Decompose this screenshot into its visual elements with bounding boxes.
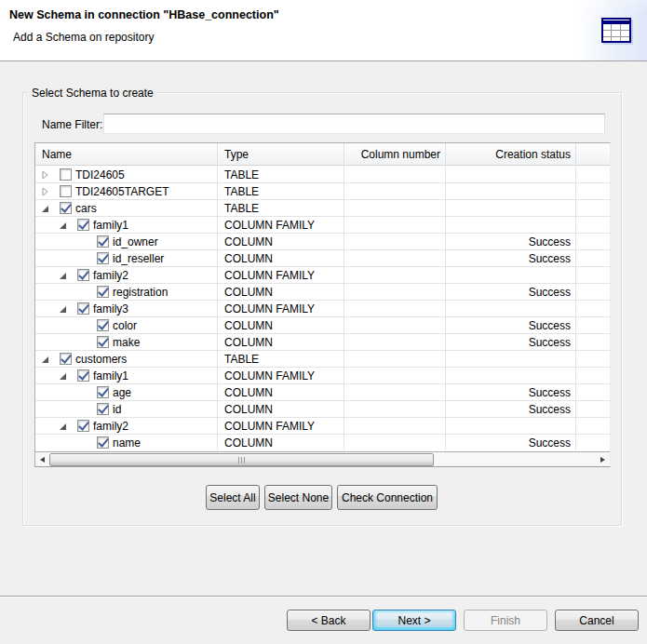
row-name-label: family3	[93, 302, 128, 315]
row-creation-status-cell: Success	[446, 317, 576, 333]
row-name-label: id_reseller	[113, 252, 164, 265]
row-blank-cell	[576, 250, 610, 266]
row-blank-cell	[576, 334, 610, 350]
page-subtitle: Add a Schema on repository	[13, 31, 154, 44]
column-header-type[interactable]: Type	[218, 143, 344, 165]
next-button[interactable]: Next >	[372, 610, 456, 631]
row-checkbox-checked[interactable]	[97, 319, 109, 331]
row-column-number-cell	[344, 217, 446, 233]
tree-expander-expanded-icon[interactable]	[41, 204, 50, 213]
table-row[interactable]: TDI24605TARGETTABLE	[35, 183, 610, 200]
table-row[interactable]: family3COLUMN FAMILY	[35, 301, 610, 317]
row-column-number-cell	[344, 234, 446, 249]
row-checkbox-checked[interactable]	[97, 386, 109, 398]
row-checkbox-unchecked[interactable]	[60, 168, 72, 181]
row-checkbox-checked[interactable]	[77, 369, 89, 382]
row-creation-status-cell	[446, 301, 576, 316]
tree-expander-expanded-icon[interactable]	[59, 221, 68, 230]
table-row[interactable]: carsTABLE	[35, 200, 610, 217]
row-name-label: color	[113, 319, 137, 332]
tree-expander-expanded-icon[interactable]	[59, 371, 68, 381]
row-checkbox-checked[interactable]	[77, 269, 89, 281]
tree-expander-collapsed-icon[interactable]	[41, 170, 50, 180]
row-column-number-cell	[344, 317, 446, 333]
row-column-number-cell	[344, 167, 446, 182]
row-type-cell: COLUMN FAMILY	[218, 301, 344, 316]
horizontal-scrollbar[interactable]	[35, 451, 610, 466]
column-header-column-number[interactable]: Column number	[344, 143, 446, 165]
row-checkbox-unchecked[interactable]	[60, 185, 72, 197]
table-row[interactable]: family2COLUMN FAMILY	[35, 267, 610, 284]
row-type-cell: COLUMN	[218, 435, 344, 450]
row-creation-status-cell: Success	[446, 234, 576, 249]
table-row[interactable]: makeCOLUMNSuccess	[35, 334, 610, 351]
table-row[interactable]: id_ownerCOLUMNSuccess	[35, 234, 610, 250]
row-checkbox-checked[interactable]	[77, 420, 89, 432]
table-row[interactable]: family2COLUMN FAMILY	[35, 418, 610, 435]
back-button[interactable]: < Back	[287, 610, 371, 631]
table-row[interactable]: ageCOLUMNSuccess	[35, 384, 610, 401]
tree-expander-collapsed-icon[interactable]	[41, 187, 50, 196]
tree-expander-expanded-icon[interactable]	[59, 304, 68, 314]
tree-expander-expanded-icon[interactable]	[59, 271, 68, 280]
row-checkbox-checked[interactable]	[77, 219, 89, 231]
finish-button[interactable]: Finish	[464, 610, 547, 631]
scrollbar-thumb[interactable]	[49, 453, 434, 466]
row-blank-cell	[576, 183, 610, 199]
row-checkbox-checked[interactable]	[97, 336, 109, 348]
row-column-number-cell	[344, 418, 446, 434]
table-row[interactable]: TDI24605TABLE	[35, 167, 610, 183]
table-row[interactable]: nameCOLUMNSuccess	[35, 435, 610, 451]
row-creation-status-cell	[446, 368, 576, 383]
row-creation-status-cell	[446, 200, 576, 216]
column-header-creation-status[interactable]: Creation status	[446, 143, 576, 165]
row-checkbox-checked[interactable]	[60, 353, 72, 365]
row-column-number-cell	[344, 401, 446, 417]
row-type-cell: COLUMN	[218, 234, 344, 249]
row-blank-cell	[576, 234, 610, 249]
column-header-blank[interactable]	[576, 143, 610, 165]
wizard-banner: New Schema in connection "HBase_connecti…	[0, 0, 647, 61]
table-row[interactable]: id_resellerCOLUMNSuccess	[35, 250, 610, 267]
select-none-button[interactable]: Select None	[264, 485, 332, 510]
cancel-button[interactable]: Cancel	[555, 610, 639, 631]
select-schema-group: Select Schema to create Name Filter: Nam…	[22, 92, 622, 526]
row-blank-cell	[576, 401, 610, 417]
row-type-cell: COLUMN FAMILY	[218, 368, 344, 383]
row-creation-status-cell	[446, 351, 576, 367]
row-checkbox-checked[interactable]	[97, 436, 109, 449]
row-checkbox-checked[interactable]	[97, 252, 109, 264]
select-all-button[interactable]: Select All	[206, 485, 260, 510]
row-creation-status-cell: Success	[446, 250, 576, 266]
scroll-right-arrow[interactable]	[596, 453, 610, 466]
page-title: New Schema in connection "HBase_connecti…	[9, 8, 279, 21]
new-schema-wizard-dialog: New Schema in connection "HBase_connecti…	[0, 0, 647, 644]
table-row[interactable]: registrationCOLUMNSuccess	[35, 284, 610, 301]
tree-expander-expanded-icon[interactable]	[59, 422, 68, 431]
row-type-cell: TABLE	[218, 351, 344, 367]
row-checkbox-checked[interactable]	[77, 302, 89, 315]
row-checkbox-checked[interactable]	[97, 286, 109, 298]
name-filter-label: Name Filter:	[42, 118, 102, 131]
column-header-name[interactable]: Name	[35, 143, 218, 165]
table-row[interactable]: idCOLUMNSuccess	[35, 401, 610, 418]
row-checkbox-checked[interactable]	[97, 403, 109, 415]
table-row[interactable]: customersTABLE	[35, 351, 610, 368]
row-type-cell: COLUMN	[218, 334, 344, 350]
scroll-left-arrow[interactable]	[35, 453, 49, 466]
table-row[interactable]: colorCOLUMNSuccess	[35, 317, 610, 334]
row-checkbox-checked[interactable]	[60, 202, 72, 214]
row-type-cell: COLUMN	[218, 384, 344, 400]
table-action-buttons: Select All Select None Check Connection	[206, 485, 438, 510]
tree-expander-expanded-icon[interactable]	[41, 355, 50, 364]
row-blank-cell	[576, 368, 610, 383]
row-checkbox-checked[interactable]	[97, 235, 109, 248]
row-creation-status-cell: Success	[446, 384, 576, 400]
table-row[interactable]: family1COLUMN FAMILY	[35, 368, 610, 384]
row-type-cell: COLUMN	[218, 317, 344, 333]
table-row[interactable]: family1COLUMN FAMILY	[35, 217, 610, 234]
check-connection-button[interactable]: Check Connection	[337, 485, 438, 510]
row-blank-cell	[576, 384, 610, 400]
row-column-number-cell	[344, 200, 446, 216]
name-filter-input[interactable]	[103, 114, 605, 134]
